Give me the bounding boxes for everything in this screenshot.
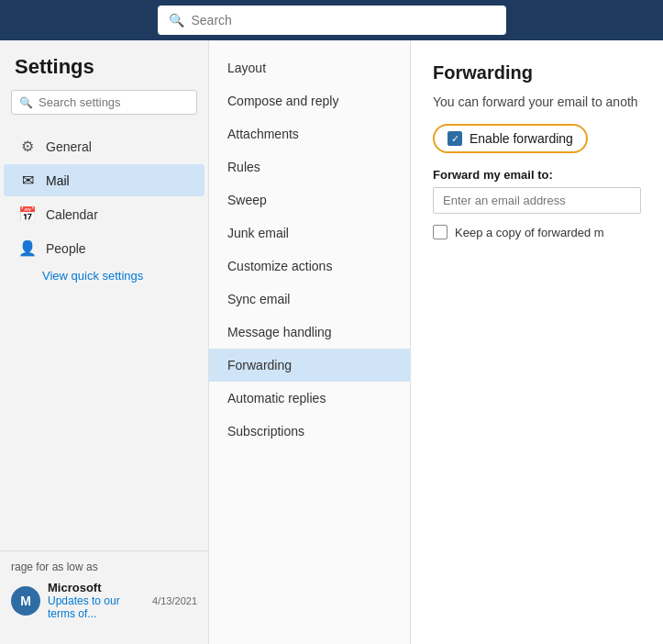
nav-item-automatic-replies[interactable]: Automatic replies — [209, 382, 410, 415]
top-bar: 🔍 — [0, 0, 663, 40]
forward-email-label: Forward my email to: — [433, 168, 641, 182]
nav-item-message-handling[interactable]: Message handling — [209, 316, 410, 349]
sidebar-item-calendar[interactable]: 📅 Calendar — [4, 198, 204, 230]
email-info: Microsoft Updates to our terms of... — [48, 581, 145, 620]
sidebar-item-label-calendar: Calendar — [46, 207, 98, 222]
search-settings-icon: 🔍 — [19, 96, 33, 109]
nav-item-subscriptions[interactable]: Subscriptions — [209, 415, 410, 448]
keep-copy-checkbox[interactable] — [433, 225, 448, 239]
calendar-icon: 📅 — [18, 205, 37, 223]
email-subject: Updates to our terms of... — [48, 594, 145, 620]
preview-faded-text: rage for as low as — [11, 561, 197, 573]
nav-item-junk-email[interactable]: Junk email — [209, 217, 410, 250]
mail-icon: ✉ — [18, 172, 37, 189]
settings-title: Settings — [0, 55, 208, 90]
sidebar-item-label-mail: Mail — [46, 173, 70, 188]
top-search-input[interactable] — [192, 13, 495, 28]
sidebar: Settings 🔍 ⚙ General ✉ Mail 📅 Calendar 👤… — [0, 40, 209, 644]
nav-item-attachments[interactable]: Attachments — [209, 117, 410, 150]
nav-item-rules[interactable]: Rules — [209, 150, 410, 183]
view-quick-settings-link[interactable]: View quick settings — [0, 265, 208, 286]
general-icon: ⚙ — [18, 138, 37, 155]
forward-email-input[interactable] — [433, 187, 641, 214]
enable-forwarding-checkbox[interactable]: ✓ — [448, 131, 462, 146]
sidebar-item-label-people: People — [46, 241, 86, 256]
nav-item-sweep[interactable]: Sweep — [209, 183, 410, 217]
email-preview-row[interactable]: M Microsoft Updates to our terms of... 4… — [11, 581, 197, 620]
enable-forwarding-label: Enable forwarding — [470, 131, 573, 146]
nav-item-compose-reply[interactable]: Compose and reply — [209, 84, 410, 117]
search-settings-input[interactable] — [39, 95, 189, 109]
enable-forwarding-highlight[interactable]: ✓ Enable forwarding — [433, 124, 588, 153]
email-sender: Microsoft — [48, 581, 145, 594]
search-settings-container: 🔍 — [11, 90, 197, 115]
sidebar-item-general[interactable]: ⚙ General — [4, 130, 204, 162]
nav-item-layout[interactable]: Layout — [209, 51, 410, 84]
keep-copy-row: Keep a copy of forwarded m — [433, 225, 641, 239]
panel-description: You can forward your email to anoth — [433, 94, 641, 109]
sidebar-item-mail[interactable]: ✉ Mail — [4, 164, 204, 196]
sidebar-item-label-general: General — [46, 139, 92, 154]
nav-item-sync-email[interactable]: Sync email — [209, 283, 410, 316]
nav-item-customize-actions[interactable]: Customize actions — [209, 250, 410, 283]
top-search-container: 🔍 — [158, 6, 506, 35]
middle-nav: Layout Compose and reply Attachments Rul… — [209, 40, 411, 644]
avatar: M — [11, 586, 40, 616]
nav-item-forwarding[interactable]: Forwarding — [209, 349, 410, 382]
right-content-panel: Forwarding You can forward your email to… — [411, 40, 663, 644]
keep-copy-label: Keep a copy of forwarded m — [455, 226, 604, 239]
bottom-preview: rage for as low as M Microsoft Updates t… — [0, 550, 208, 629]
people-icon: 👤 — [18, 239, 37, 257]
panel-title: Forwarding — [433, 62, 641, 83]
main-layout: Settings 🔍 ⚙ General ✉ Mail 📅 Calendar 👤… — [0, 40, 663, 644]
top-search-icon: 🔍 — [169, 13, 184, 28]
email-date: 4/13/2021 — [152, 595, 197, 606]
sidebar-item-people[interactable]: 👤 People — [4, 232, 204, 264]
